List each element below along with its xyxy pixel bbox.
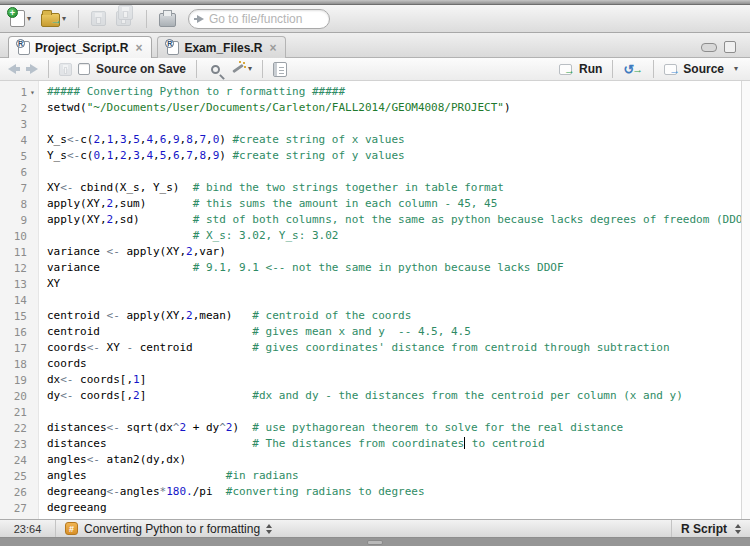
compile-notebook-icon[interactable]: [273, 62, 287, 77]
goto-file-search[interactable]: [188, 9, 330, 29]
new-file-button[interactable]: + ▾: [8, 8, 33, 30]
chevron-down-icon: ▾: [27, 15, 31, 23]
line-number[interactable]: 8: [0, 196, 38, 212]
save-all-button[interactable]: [114, 8, 136, 30]
code-area[interactable]: ##### Converting Python to r formatting …: [40, 81, 741, 519]
open-file-button[interactable]: → ▾: [39, 8, 68, 30]
tab-label: Project_Script.R: [35, 41, 128, 55]
vertical-scrollbar[interactable]: [741, 81, 750, 519]
close-icon[interactable]: ×: [269, 42, 276, 54]
code-line[interactable]: apply(XY,2,sd) # std of both columns, no…: [47, 212, 741, 228]
minimize-icon[interactable]: [701, 43, 717, 52]
source-on-save-checkbox[interactable]: [78, 63, 90, 75]
new-document-icon: +: [10, 10, 25, 27]
line-number[interactable]: 22: [0, 420, 38, 436]
line-number[interactable]: 5: [0, 148, 38, 164]
code-line[interactable]: degreeang<-angles*180./pi #converting ra…: [47, 484, 741, 500]
code-line[interactable]: [47, 164, 741, 180]
line-number[interactable]: 6: [0, 164, 38, 180]
close-icon[interactable]: ×: [135, 42, 142, 54]
line-number[interactable]: 24: [0, 452, 38, 468]
code-line[interactable]: degreeang: [47, 500, 741, 516]
forward-button[interactable]: [26, 64, 38, 74]
code-line[interactable]: XY<- cbind(X_s, Y_s) # bind the two stri…: [47, 180, 741, 196]
line-number[interactable]: 25: [0, 468, 38, 484]
line-number[interactable]: 18: [0, 356, 38, 372]
code-line[interactable]: coords<- XY - centroid # gives coordinat…: [47, 340, 741, 356]
code-line[interactable]: [47, 404, 741, 420]
line-number[interactable]: 4: [0, 132, 38, 148]
code-line[interactable]: angles<- atan2(dy,dx): [47, 452, 741, 468]
code-line[interactable]: distances<- sqrt(dx^2 + dy^2) # use pyth…: [47, 420, 741, 436]
code-line[interactable]: XY: [47, 276, 741, 292]
toolbar-separator: [262, 60, 263, 78]
tab-label: Exam_Files.R: [184, 41, 262, 55]
splitter-handle[interactable]: [367, 540, 383, 545]
main-toolbar: + ▾ → ▾: [0, 5, 750, 33]
tab-exam-files[interactable]: R Exam_Files.R ×: [157, 36, 286, 58]
code-line[interactable]: variance <- apply(XY,2,var): [47, 244, 741, 260]
code-line[interactable]: centroid <- apply(XY,2,mean) # centroid …: [47, 308, 741, 324]
source-dropdown-button[interactable]: ▾: [734, 65, 738, 73]
code-line[interactable]: angles #in radians: [47, 468, 741, 484]
code-line[interactable]: distances # The distances from coordinat…: [47, 436, 741, 452]
code-line[interactable]: [47, 516, 741, 519]
editor-body[interactable]: 1▾23456789101112131415161718192021222324…: [0, 81, 750, 519]
line-number[interactable]: 16: [0, 324, 38, 340]
code-line[interactable]: [47, 116, 741, 132]
line-number[interactable]: 1▾: [0, 84, 38, 100]
line-number[interactable]: 13: [0, 276, 38, 292]
line-number[interactable]: 19: [0, 372, 38, 388]
line-number[interactable]: 7: [0, 180, 38, 196]
rstudio-window: + ▾ → ▾ R Project_Script.R ×: [0, 0, 750, 546]
save-button[interactable]: [89, 8, 108, 30]
scope-label[interactable]: Converting Python to r formatting: [84, 522, 260, 536]
code-tools-button[interactable]: ▾: [230, 61, 252, 77]
line-number[interactable]: 20: [0, 388, 38, 404]
line-number[interactable]: 23: [0, 436, 38, 452]
line-number[interactable]: 17: [0, 340, 38, 356]
code-line[interactable]: variance # 9.1, 9.1 <-- not the same in …: [47, 260, 741, 276]
code-line[interactable]: coords: [47, 356, 741, 372]
code-line[interactable]: centroid # gives mean x and y -- 4.5, 4.…: [47, 324, 741, 340]
code-line[interactable]: setwd("~/Documents/User/Documents/Carlet…: [47, 100, 741, 116]
line-number[interactable]: 21: [0, 404, 38, 420]
line-number[interactable]: 9: [0, 212, 38, 228]
code-line[interactable]: dy<- coords[,2] #dx and dy - the distanc…: [47, 388, 741, 404]
code-line[interactable]: dx<- coords[,1]: [47, 372, 741, 388]
scope-selector-arrows-icon[interactable]: [266, 524, 272, 534]
find-replace-button[interactable]: [207, 65, 224, 74]
gutter[interactable]: 1▾23456789101112131415161718192021222324…: [0, 81, 39, 519]
tab-project-script[interactable]: R Project_Script.R ×: [8, 36, 152, 58]
code-line[interactable]: ##### Converting Python to r formatting …: [47, 84, 741, 100]
toolbar-separator: [146, 10, 147, 28]
code-line[interactable]: Y_s<-c(0,1,2,3,4,5,6,7,8,9) #create stri…: [47, 148, 741, 164]
maximize-icon[interactable]: [724, 41, 736, 53]
code-line[interactable]: X_s<-c(2,1,3,5,4,6,9,8,7,0) #create stri…: [47, 132, 741, 148]
line-number[interactable]: 15: [0, 308, 38, 324]
save-icon[interactable]: [59, 63, 72, 76]
line-number[interactable]: 2: [0, 100, 38, 116]
line-number[interactable]: 27: [0, 500, 38, 516]
run-button[interactable]: → Run: [559, 62, 602, 76]
goto-file-input[interactable]: [209, 12, 319, 26]
code-line[interactable]: # X_s: 3.02, Y_s: 3.02: [47, 228, 741, 244]
line-number[interactable]: 10: [0, 228, 38, 244]
line-number[interactable]: 11: [0, 244, 38, 260]
line-number[interactable]: 12: [0, 260, 38, 276]
line-number[interactable]: 28: [0, 516, 38, 519]
line-number[interactable]: 14: [0, 292, 38, 308]
code-line[interactable]: [47, 292, 741, 308]
window-bottom-strip: [0, 538, 750, 546]
line-number[interactable]: 26: [0, 484, 38, 500]
back-button[interactable]: [8, 64, 20, 74]
rerun-button[interactable]: ↺→: [623, 62, 643, 77]
file-type-selector[interactable]: R Script: [671, 520, 750, 537]
code-line[interactable]: apply(XY,2,sum) # this sums the amount i…: [47, 196, 741, 212]
open-folder-icon: →: [41, 13, 60, 27]
tab-bar: R Project_Script.R × R Exam_Files.R ×: [0, 33, 750, 58]
source-button[interactable]: → Source: [664, 62, 724, 76]
print-button[interactable]: [157, 8, 178, 30]
line-number[interactable]: 3: [0, 116, 38, 132]
source-icon: →: [664, 64, 677, 75]
